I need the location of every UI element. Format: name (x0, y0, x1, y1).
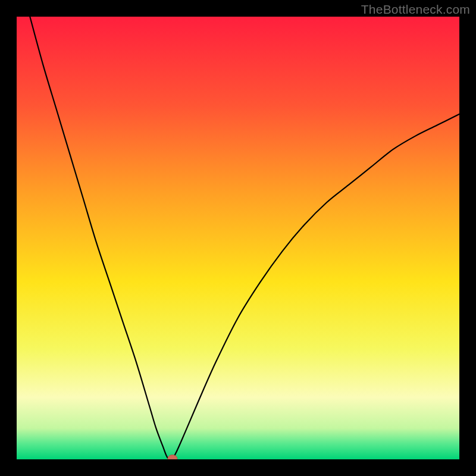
optimal-marker (168, 455, 177, 459)
watermark-text: TheBottleneck.com (361, 2, 470, 17)
svg-rect-0 (17, 17, 459, 459)
plot-area (17, 17, 459, 459)
chart-frame: TheBottleneck.com (0, 0, 476, 476)
bottleneck-chart (17, 17, 459, 459)
